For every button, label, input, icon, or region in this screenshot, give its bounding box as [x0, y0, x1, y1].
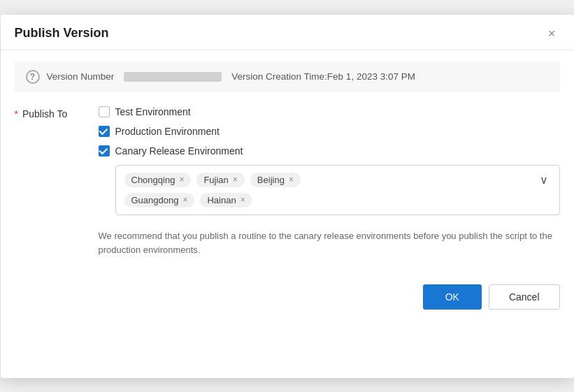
- tag-hainan[interactable]: Hainan ×: [200, 193, 252, 208]
- tag-beijing-close[interactable]: ×: [289, 175, 294, 184]
- tags-box: Chongqing × Fujian × Beijing × ∨: [115, 165, 560, 215]
- checkbox-production[interactable]: [99, 126, 110, 137]
- checkbox-row-canary[interactable]: Canary Release Environment: [99, 145, 560, 157]
- close-button[interactable]: ×: [544, 26, 560, 41]
- version-info-bar: ? Version Number Version Creation Time:F…: [15, 61, 560, 92]
- tags-row: Chongqing × Fujian × Beijing × ∨: [124, 173, 551, 187]
- version-number-label: Version Number: [47, 71, 115, 82]
- checkbox-canary[interactable]: [99, 145, 110, 157]
- tag-guangdong[interactable]: Guangdong ×: [124, 193, 195, 208]
- tag-fujian-label: Fujian: [203, 175, 228, 185]
- publish-to-label: * Publish To: [15, 106, 99, 119]
- tags-dropdown-button[interactable]: ∨: [537, 173, 551, 187]
- checkbox-test[interactable]: [99, 106, 110, 117]
- tag-hainan-label: Hainan: [207, 195, 236, 205]
- tag-chongqing-label: Chongqing: [131, 175, 175, 185]
- publish-to-text: Publish To: [22, 108, 67, 119]
- tag-hainan-close[interactable]: ×: [241, 196, 245, 204]
- checkbox-canary-label: Canary Release Environment: [115, 145, 243, 157]
- version-number-blurred: [124, 72, 222, 82]
- tag-fujian-close[interactable]: ×: [233, 175, 238, 184]
- tag-guangdong-label: Guangdong: [131, 195, 179, 205]
- dialog-footer: OK Cancel: [1, 268, 574, 324]
- checkbox-test-label: Test Environment: [115, 106, 191, 117]
- tag-chongqing[interactable]: Chongqing ×: [124, 173, 192, 187]
- cancel-button[interactable]: Cancel: [489, 284, 560, 310]
- tag-beijing-label: Beijing: [257, 175, 285, 185]
- form-section: * Publish To Test Environment Production…: [1, 92, 574, 259]
- tag-beijing[interactable]: Beijing ×: [250, 173, 301, 187]
- tag-guangdong-close[interactable]: ×: [182, 196, 187, 204]
- dialog-title: Publish Version: [15, 26, 109, 41]
- publish-version-dialog: Publish Version × ? Version Number Versi…: [1, 15, 574, 378]
- publish-to-row: * Publish To Test Environment Production…: [15, 106, 560, 259]
- checkbox-row-production[interactable]: Production Environment: [99, 126, 560, 137]
- info-icon: ?: [26, 70, 40, 84]
- dialog-header: Publish Version ×: [1, 15, 574, 50]
- required-star: *: [15, 108, 18, 119]
- tag-fujian[interactable]: Fujian ×: [196, 173, 244, 187]
- tags-row-2: Guangdong × Hainan ×: [124, 193, 551, 208]
- creation-time-label: Version Creation Time:Feb 1, 2023 3:07 P…: [231, 71, 415, 82]
- checkbox-row-test[interactable]: Test Environment: [99, 106, 560, 117]
- form-content: Test Environment Production Environment …: [99, 106, 560, 259]
- ok-button[interactable]: OK: [423, 284, 482, 310]
- checkbox-production-label: Production Environment: [115, 126, 220, 137]
- tag-chongqing-close[interactable]: ×: [179, 175, 184, 184]
- hint-text: We recommend that you publish a routine …: [99, 229, 560, 259]
